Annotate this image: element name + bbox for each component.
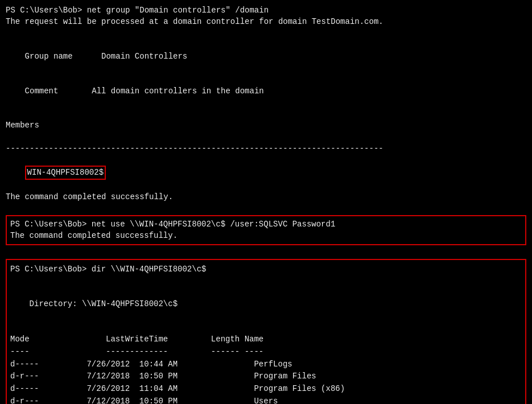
spacer-1 (6, 28, 526, 39)
net-use-block: PS C:\Users\Bob> net use \\WIN-4QHPFSI80… (6, 215, 526, 245)
spacer-3 (6, 131, 526, 143)
cmd-line-2: PS C:\Users\Bob> net use \\WIN-4QHPFSI80… (10, 219, 522, 230)
spacer-6 (10, 275, 522, 287)
dir-row-3: d-r--- 7/12/2018 10:50 PM Users (10, 395, 522, 404)
spacer-9 (10, 322, 522, 333)
dir-row-2: d----- 7/26/2012 11:04 AM Program Files … (10, 383, 522, 395)
value-group: Domain Controllers (101, 52, 187, 61)
col-headers: Mode LastWriteTime Length Name (10, 333, 522, 346)
highlighted-member: WIN-4QHPFSI8002$ (25, 166, 106, 179)
spacer-4 (6, 203, 526, 214)
dir-row-1: d-r--- 7/12/2018 10:50 PM Program Files (10, 370, 522, 383)
dir-row-0: d----- 7/26/2012 10:44 AM PerfLogs (10, 358, 522, 371)
separator-line: ----------------------------------------… (6, 143, 526, 154)
spacer-8 (10, 311, 522, 322)
dir-block: PS C:\Users\Bob> dir \\WIN-4QHPFSI8002\c… (6, 259, 526, 404)
label-comment: Comment (25, 86, 59, 96)
spacer-5 (6, 246, 526, 258)
label-group: Group name (25, 52, 73, 61)
cmd-line-3: PS C:\Users\Bob> dir \\WIN-4QHPFSI8002\c… (10, 263, 522, 276)
terminal-window: PS C:\Users\Bob> net group "Domain contr… (0, 0, 532, 404)
output-line-2: The command completed successfully. (6, 191, 526, 203)
col-sep: ---- ------------- ------ ---- (10, 346, 522, 358)
output-line-1: The request will be processed at a domai… (6, 16, 526, 27)
output-line-3: The command completed successfully. (10, 230, 522, 241)
spacer-2 (6, 108, 526, 119)
value-comment: All domain controllers in the domain (92, 86, 263, 96)
members-label: Members (6, 119, 526, 131)
spacer-7 (10, 287, 522, 298)
cmd-line-1: PS C:\Users\Bob> net group "Domain contr… (6, 5, 526, 16)
highlighted-member-line: WIN-4QHPFSI8002$ (6, 154, 526, 191)
group-name-line: Group name Domain Controllers (6, 39, 526, 74)
comment-line: Comment All domain controllers in the do… (6, 73, 526, 108)
dir-label: Directory: \\WIN-4QHPFSI8002\c$ (10, 298, 522, 311)
